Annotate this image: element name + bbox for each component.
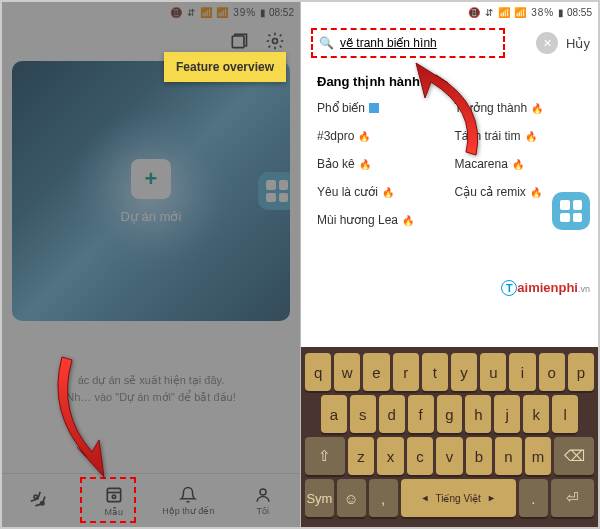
svg-rect-0	[232, 36, 244, 48]
nav-inbox[interactable]: Hộp thư đến	[151, 474, 226, 527]
key-o[interactable]: o	[539, 353, 565, 391]
key-⌫[interactable]: ⌫	[554, 437, 594, 475]
grid-float-button[interactable]	[258, 172, 290, 210]
clear-search-button[interactable]: ✕	[536, 32, 558, 54]
key-[interactable]: ◄Tiếng Việt►	[401, 479, 516, 517]
key-h[interactable]: h	[465, 395, 491, 433]
key-,[interactable]: ,	[369, 479, 398, 517]
svg-point-2	[34, 495, 37, 498]
key-Sym[interactable]: Sym	[305, 479, 334, 517]
red-highlight-search	[311, 28, 505, 58]
plus-icon[interactable]: +	[131, 159, 171, 199]
key-j[interactable]: j	[494, 395, 520, 433]
left-screenshot: 📵 ⇵ 📶 📶 39% ▮ 08:52 Feature overview + D…	[2, 2, 300, 527]
key-b[interactable]: b	[466, 437, 493, 475]
status-bar: 📵 ⇵ 📶 📶 38% ▮ 08:55	[301, 2, 598, 22]
grid-float-button[interactable]	[552, 192, 590, 230]
nav-me[interactable]: Tôi	[226, 474, 301, 527]
key-f[interactable]: f	[408, 395, 434, 433]
key-m[interactable]: m	[525, 437, 552, 475]
keyboard: qwertyuiop asdfghjkl ⇧zxcvbnm⌫ Sym☺,◄Tiế…	[301, 347, 598, 527]
key-c[interactable]: c	[407, 437, 434, 475]
archive-icon[interactable]	[228, 30, 250, 52]
key-z[interactable]: z	[348, 437, 375, 475]
key-d[interactable]: d	[379, 395, 405, 433]
status-time: 08:52	[269, 7, 294, 18]
right-screenshot: 📵 ⇵ 📶 📶 38% ▮ 08:55 🔍 ✕ Hủy Đang thịnh h…	[300, 2, 598, 527]
key-☺[interactable]: ☺	[337, 479, 366, 517]
key-a[interactable]: a	[321, 395, 347, 433]
key-i[interactable]: i	[509, 353, 535, 391]
key-⏎[interactable]: ⏎	[551, 479, 594, 517]
key-p[interactable]: p	[568, 353, 594, 391]
svg-point-6	[260, 489, 266, 495]
feature-tooltip: Feature overview	[164, 52, 286, 82]
key-w[interactable]: w	[334, 353, 360, 391]
watermark: Taimienphi.vn	[501, 280, 590, 296]
status-time: 08:55	[567, 7, 592, 18]
trending-item[interactable]: Yêu là cưới 🔥	[317, 185, 445, 199]
key-x[interactable]: x	[377, 437, 404, 475]
key-s[interactable]: s	[350, 395, 376, 433]
new-project-card[interactable]: + Dự án mới	[12, 61, 290, 321]
red-arrow-right	[401, 60, 491, 164]
svg-point-1	[273, 39, 278, 44]
key-k[interactable]: k	[523, 395, 549, 433]
key-.[interactable]: .	[519, 479, 548, 517]
trending-item[interactable]: Mùi hương Lea 🔥	[317, 213, 445, 227]
new-project-label: Dự án mới	[121, 209, 182, 224]
key-u[interactable]: u	[480, 353, 506, 391]
key-v[interactable]: v	[436, 437, 463, 475]
key-l[interactable]: l	[552, 395, 578, 433]
key-t[interactable]: t	[422, 353, 448, 391]
red-arrow-left	[42, 352, 122, 486]
key-⇧[interactable]: ⇧	[305, 437, 345, 475]
key-e[interactable]: e	[363, 353, 389, 391]
key-r[interactable]: r	[393, 353, 419, 391]
key-y[interactable]: y	[451, 353, 477, 391]
key-g[interactable]: g	[437, 395, 463, 433]
key-q[interactable]: q	[305, 353, 331, 391]
key-n[interactable]: n	[495, 437, 522, 475]
status-bar: 📵 ⇵ 📶 📶 39% ▮ 08:52	[2, 2, 300, 22]
cancel-button[interactable]: Hủy	[566, 36, 590, 51]
